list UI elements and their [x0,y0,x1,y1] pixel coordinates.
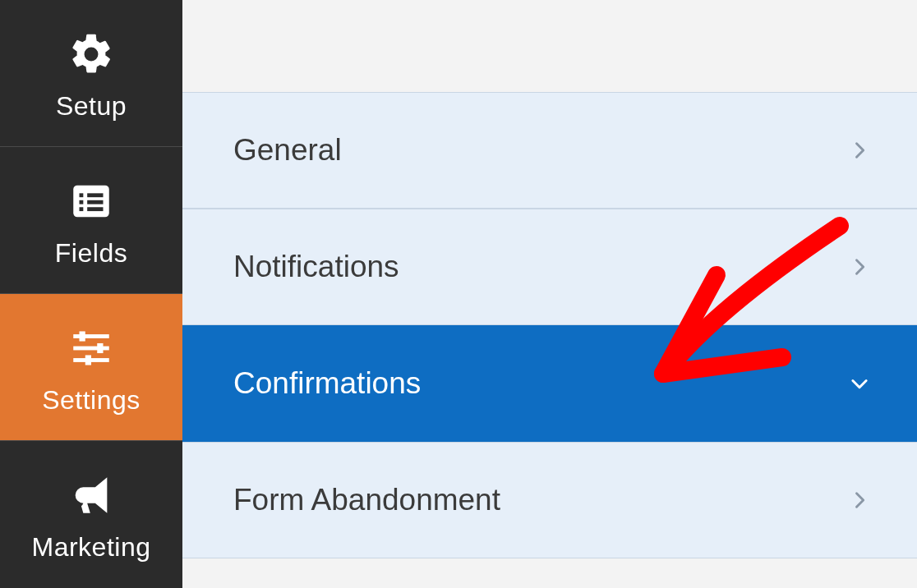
chevron-right-icon [848,489,871,512]
svg-rect-7 [73,334,109,338]
svg-rect-2 [87,193,103,197]
row-label: Notifications [233,250,399,284]
svg-rect-8 [73,346,109,350]
svg-rect-12 [85,355,91,365]
nav-item-marketing[interactable]: Marketing [0,441,182,588]
list-icon [62,172,120,230]
svg-rect-3 [80,200,84,204]
panel-row-notifications[interactable]: Notifications [182,209,917,325]
svg-rect-5 [80,207,84,211]
svg-rect-4 [87,200,103,204]
nav-label: Fields [55,238,127,269]
chevron-right-icon [848,255,871,278]
row-label: General [233,133,342,168]
app-root: Setup Fields Settings [0,0,917,588]
panel-row-confirmations[interactable]: Confirmations [182,325,917,442]
chevron-right-icon [848,139,871,162]
svg-rect-6 [87,207,103,211]
panel-header-gap [182,0,917,92]
gear-icon [62,25,120,83]
panel-row-general[interactable]: General [182,92,917,209]
sidebar: Setup Fields Settings [0,0,182,588]
nav-label: Marketing [32,532,151,563]
nav-label: Settings [42,385,141,416]
nav-item-settings[interactable]: Settings [0,294,182,441]
sliders-icon [62,319,120,377]
svg-rect-1 [80,193,84,197]
panel-row-form-abandonment[interactable]: Form Abandonment [182,442,917,558]
svg-rect-11 [97,342,103,352]
svg-rect-10 [80,331,85,341]
bullhorn-icon [62,466,120,524]
row-label: Form Abandonment [233,483,500,517]
settings-panel: General Notifications Confirmations Form… [182,0,917,588]
nav-item-setup[interactable]: Setup [0,0,182,147]
row-label: Confirmations [233,366,421,401]
chevron-down-icon [848,372,871,395]
nav-item-fields[interactable]: Fields [0,147,182,294]
nav-label: Setup [56,91,127,122]
